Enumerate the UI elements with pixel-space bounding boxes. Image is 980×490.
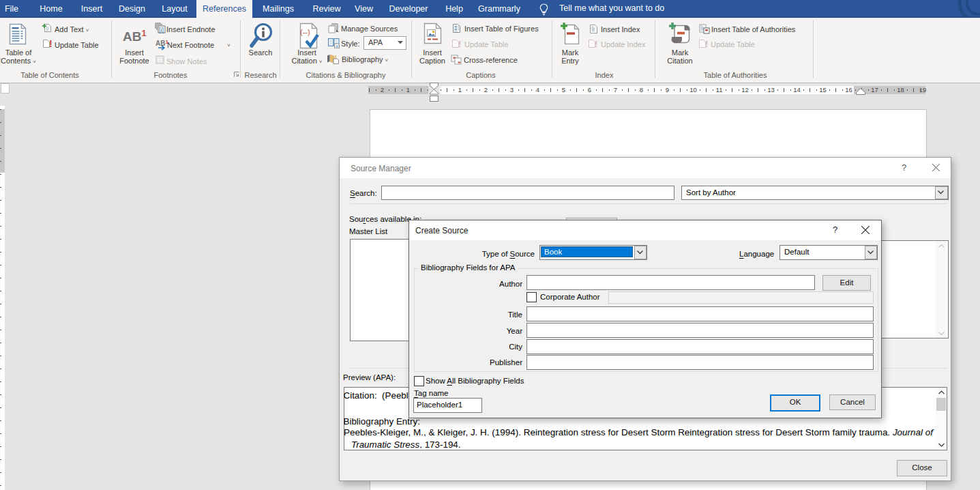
svg-text:(--): (--) [300, 28, 310, 36]
svg-text:[i]: [i] [159, 27, 164, 33]
svg-text:!: ! [595, 39, 597, 48]
svg-text:!: ! [705, 39, 708, 48]
svg-text:!: ! [458, 39, 461, 48]
svg-text:!: ! [49, 39, 53, 48]
